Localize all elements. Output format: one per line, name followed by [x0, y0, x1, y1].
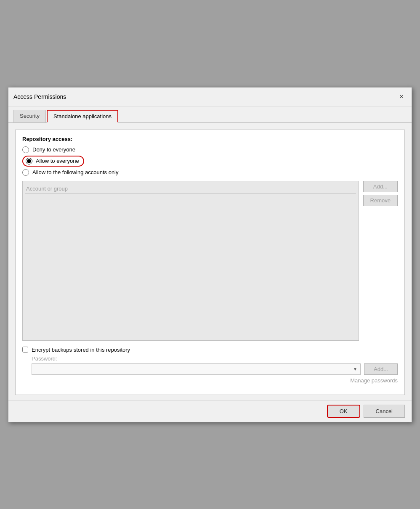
radio-deny-everyone[interactable]: Deny to everyone — [22, 146, 398, 153]
repository-access-label: Repository access: — [22, 136, 398, 142]
password-dropdown[interactable] — [32, 363, 361, 375]
tab-security[interactable]: Security — [13, 110, 46, 122]
cancel-button[interactable]: Cancel — [364, 405, 405, 418]
radio-allow-accounts-input[interactable] — [22, 169, 29, 176]
radio-allow-everyone-input[interactable] — [26, 158, 32, 164]
radio-deny-everyone-input[interactable] — [22, 146, 29, 153]
close-button[interactable]: × — [396, 92, 407, 102]
access-permissions-dialog: Access Permissions × Security Standalone… — [8, 87, 412, 422]
password-label: Password: — [32, 355, 398, 362]
ok-button[interactable]: OK — [327, 405, 360, 418]
inner-panel: Repository access: Deny to everyone Allo… — [15, 130, 405, 395]
password-row: ▼ Add... — [32, 363, 398, 375]
accounts-list-header: Account or group — [25, 184, 356, 194]
dialog-footer: OK Cancel — [8, 400, 412, 422]
tab-content-standalone: Repository access: Deny to everyone Allo… — [8, 123, 412, 400]
encrypt-row: Encrypt backups stored in this repositor… — [22, 347, 398, 353]
encrypt-label: Encrypt backups stored in this repositor… — [32, 347, 130, 353]
add-password-button[interactable]: Add... — [364, 363, 398, 375]
tabs-row: Security Standalone applications — [8, 106, 412, 123]
encrypt-section: Encrypt backups stored in this repositor… — [22, 347, 398, 384]
add-account-button[interactable]: Add... — [363, 181, 398, 192]
dialog-title: Access Permissions — [13, 93, 66, 100]
repository-access-radio-group: Deny to everyone Allow to everyone Allow… — [22, 146, 398, 176]
accounts-buttons: Add... Remove — [363, 181, 398, 341]
accounts-section: Account or group Add... Remove — [22, 181, 398, 341]
allow-everyone-wrapper: Allow to everyone — [22, 156, 84, 167]
manage-passwords-link[interactable]: Manage passwords — [350, 377, 398, 384]
radio-allow-everyone[interactable]: Allow to everyone — [22, 156, 398, 167]
encrypt-checkbox[interactable] — [22, 347, 28, 353]
tab-standalone-applications[interactable]: Standalone applications — [47, 110, 118, 123]
radio-allow-accounts[interactable]: Allow to the following accounts only — [22, 169, 398, 176]
remove-account-button[interactable]: Remove — [363, 195, 398, 206]
title-bar: Access Permissions × — [8, 87, 412, 106]
accounts-list: Account or group — [22, 181, 359, 341]
manage-passwords-row: Manage passwords — [22, 377, 398, 384]
password-dropdown-wrapper: ▼ — [32, 363, 361, 375]
